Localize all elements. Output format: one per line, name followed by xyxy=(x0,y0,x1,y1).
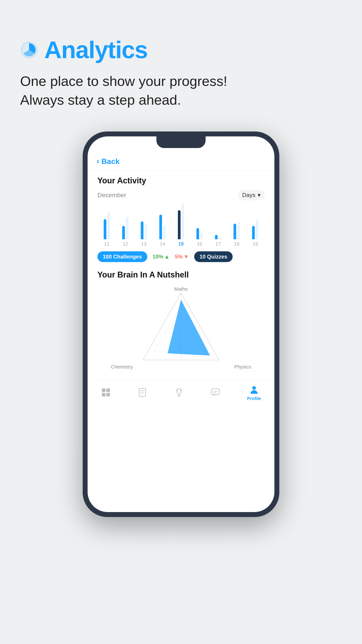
bar-bg xyxy=(126,217,128,239)
brain-section: Your Brain In A Nutshell Maths xyxy=(88,270,274,374)
arrow-down-icon: ▼ xyxy=(183,254,189,260)
bar-group: 12 xyxy=(116,217,134,247)
challenges-badge: 100 Challenges xyxy=(97,251,147,262)
bar-bg xyxy=(144,224,147,239)
bar-bg xyxy=(219,237,221,239)
chevron-down-icon: ▾ xyxy=(258,192,261,198)
phone-screen: ‹ Back Your Activity December Days ▾ xyxy=(88,136,274,512)
bar-group: 16 xyxy=(190,228,209,247)
bar-fill xyxy=(104,219,106,239)
activity-header: December Days ▾ xyxy=(97,190,265,200)
phone-notch xyxy=(156,136,206,148)
nav-label-profile: Profile xyxy=(247,396,261,401)
arrow-up-icon: ▲ xyxy=(164,254,170,260)
chat-icon xyxy=(211,388,220,397)
page-title: Analytics xyxy=(44,36,147,64)
analytics-icon xyxy=(20,41,38,59)
bar-bg xyxy=(163,226,166,239)
bottom-nav: Profile xyxy=(88,380,274,408)
bar-group: 13 xyxy=(134,222,153,247)
nav-item-profile[interactable]: Profile xyxy=(247,385,261,401)
book-icon xyxy=(137,388,147,397)
bar-fill xyxy=(141,222,143,239)
bar-chart: 111213141516171819 xyxy=(97,206,265,247)
svg-point-20 xyxy=(252,386,256,390)
bar-bg xyxy=(181,204,184,239)
radar-label-chemistry: Chemistry xyxy=(111,364,133,370)
bar-day-label: 18 xyxy=(234,241,239,247)
bar-day-label: 13 xyxy=(141,241,147,247)
bar-bg xyxy=(107,212,110,239)
radar-svg xyxy=(139,286,223,371)
bar-group: 17 xyxy=(209,235,228,247)
bar-day-label: 19 xyxy=(253,241,258,247)
nav-item-chat[interactable] xyxy=(211,388,220,399)
bar-fill xyxy=(252,226,255,239)
grid-icon xyxy=(101,388,111,397)
radar-label-physics: Physics xyxy=(234,364,251,370)
bar-day-label: 15 xyxy=(178,241,184,247)
bar-group: 19 xyxy=(246,219,265,247)
bar-bg xyxy=(256,219,258,239)
svg-marker-6 xyxy=(168,300,210,356)
phone-outer: ‹ Back Your Activity December Days ▾ xyxy=(83,132,279,517)
bar-fill xyxy=(234,224,236,239)
page-header: Analytics One place to show your progres… xyxy=(0,0,362,118)
activity-title: Your Activity xyxy=(97,176,265,185)
bar-fill xyxy=(178,210,181,239)
bar-group: 18 xyxy=(228,222,246,247)
bar-fill xyxy=(196,228,199,239)
days-dropdown[interactable]: Days ▾ xyxy=(238,190,265,200)
phone-mockup: ‹ Back Your Activity December Days ▾ xyxy=(0,132,362,517)
activity-section: Your Activity December Days ▾ 1112131415… xyxy=(88,176,274,262)
bar-day-label: 17 xyxy=(215,241,221,247)
stats-row: 100 Challenges 10% ▲ 5% ▼ xyxy=(97,251,265,262)
bar-group: 15 xyxy=(172,204,190,247)
back-button[interactable]: ‹ Back xyxy=(88,152,274,170)
bar-fill xyxy=(122,226,125,239)
nav-item-book[interactable] xyxy=(137,388,147,399)
bar-day-label: 12 xyxy=(122,241,128,247)
back-chevron-icon: ‹ xyxy=(96,156,99,166)
header-subtitle: One place to show your progress! Always … xyxy=(20,72,342,109)
radar-chart: Maths Chemis xyxy=(97,284,265,374)
nav-item-trophy[interactable] xyxy=(174,388,184,399)
svg-rect-8 xyxy=(106,388,110,392)
bar-bg xyxy=(237,222,240,239)
svg-rect-7 xyxy=(102,388,105,392)
quizzes-badge: 10 Quizzes xyxy=(194,251,233,262)
bar-fill xyxy=(159,215,162,239)
trophy-icon xyxy=(174,388,184,397)
profile-icon xyxy=(249,385,259,395)
bar-day-label: 11 xyxy=(104,241,109,247)
nav-item-home[interactable] xyxy=(101,388,111,399)
radar-label-maths: Maths xyxy=(174,286,188,292)
bar-bg xyxy=(200,232,203,239)
brain-title: Your Brain In A Nutshell xyxy=(97,270,265,280)
pct-down-stat: 5% ▼ xyxy=(175,254,189,260)
bar-group: 11 xyxy=(97,212,116,247)
month-label: December xyxy=(97,192,126,199)
pct-up-stat: 10% ▲ xyxy=(153,254,170,260)
bar-day-label: 14 xyxy=(160,241,165,247)
bar-fill xyxy=(215,235,218,239)
bar-group: 14 xyxy=(153,215,172,247)
bar-day-label: 16 xyxy=(197,241,202,247)
svg-rect-10 xyxy=(106,393,110,396)
svg-rect-9 xyxy=(102,393,105,396)
